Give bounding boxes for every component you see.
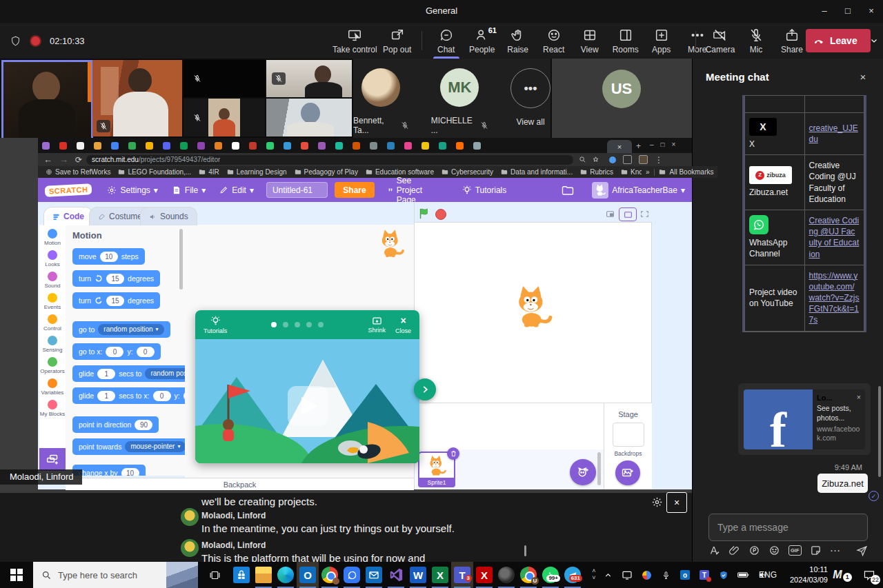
browser-tab-favicon[interactable] [370,142,377,150]
new-tab-button[interactable]: + [636,141,641,151]
shrink-button[interactable]: Shrink [368,316,386,334]
format-icon[interactable] [708,545,720,556]
tutorial-video-preview[interactable] [195,339,419,463]
toolbar-item-view[interactable]: View [573,23,607,59]
toolbar-item-rooms[interactable]: Rooms [608,23,643,59]
browser-tab-favicon[interactable] [111,142,119,150]
taskbar-icon-pdf[interactable]: X [473,562,495,588]
add-sprite-button[interactable] [570,459,596,485]
motion-block[interactable]: move10steps [72,248,145,265]
motion-block[interactable]: turn15degrees [72,270,160,287]
block-number-input[interactable]: 0 [137,347,155,357]
sprite-thumbnail[interactable]: Sprite1 [418,452,455,487]
delete-sprite-icon[interactable] [447,447,459,460]
captions-close-button[interactable]: × [666,492,687,513]
category-looks[interactable]: Looks [39,250,66,267]
scratch-logo[interactable]: SCRATCH [45,183,92,197]
maximize-button[interactable]: □ [836,0,860,21]
tutorials-button[interactable]: Tutorials [204,316,227,334]
video-tile-5[interactable] [266,60,352,97]
forward-icon[interactable]: → [59,154,68,165]
back-icon[interactable]: ← [43,154,52,165]
bookmark-item[interactable]: Cybersecurity [442,168,493,176]
cat-sprite[interactable] [510,285,555,330]
toolbar-item-apps[interactable]: Apps [644,23,679,59]
browser-tab-favicon[interactable] [284,142,291,150]
add-extension-button[interactable] [39,448,66,471]
see-project-page-button[interactable]: See Project Page [380,177,444,203]
browser-tab-favicon[interactable] [180,142,188,150]
browser-tab-favicon[interactable] [421,142,429,150]
browser-tab-favicon[interactable] [404,142,412,150]
video-tile-2[interactable] [92,60,182,136]
sent-message-bubble[interactable]: Zibuza.net [817,474,868,493]
toolbar-item-popout[interactable]: Pop out [380,23,415,59]
backpack-bar[interactable]: Backpack [66,478,414,490]
browser-tab-favicon[interactable] [42,142,50,150]
browser-tab-favicon[interactable] [128,142,136,150]
block-dropdown[interactable]: mouse-pointer▾ [125,441,186,452]
browser-tab-favicon[interactable] [318,142,326,150]
tray-tray-teams-icon[interactable]: T [695,562,713,588]
bookmark-item[interactable]: Data and informati... [501,168,573,176]
motion-block[interactable]: go to x:0y:0 [72,343,161,360]
browser-tab-favicon[interactable] [266,142,274,150]
facebook-link-preview[interactable]: f Lo... × See posts, photos... www.faceb… [744,389,865,449]
bookmark-star-icon[interactable] [592,156,599,163]
meet-now-icon[interactable]: M1 [831,562,854,588]
browser-minimize-icon[interactable]: – [650,141,654,148]
participant-avatar[interactable]: MKMICHELLE ... [431,59,488,138]
tray-cast-icon[interactable] [618,562,636,588]
motion-block[interactable]: go torandom position▾ [72,321,170,338]
block-dropdown[interactable]: random position▾ [98,324,163,335]
participant-avatar[interactable]: Bennett, Ta... [353,59,409,138]
category-sound[interactable]: Sound [39,272,66,289]
taskbar-icon-store[interactable] [230,562,252,588]
motion-block[interactable]: turn15degrees [72,292,160,309]
block-dropdown[interactable]: random position▾ [145,368,186,379]
taskbar-icon-edge[interactable] [275,562,297,588]
tutorial-close-button[interactable]: × Close [395,315,411,334]
page-dot[interactable] [295,322,300,327]
green-flag-icon[interactable] [418,207,430,220]
browser-tab-favicon[interactable] [439,142,446,150]
tutorials-menu[interactable]: Tutorials [455,178,514,202]
block-number-input[interactable]: 0 [153,391,171,401]
small-stage-button[interactable] [602,207,618,220]
video-tile-us[interactable]: US [552,59,692,138]
browser-maximize-icon[interactable]: □ [661,141,665,148]
block-number-input[interactable]: 1 [97,391,115,401]
more-compose-icon[interactable]: … [830,542,841,554]
browser-tab-favicon[interactable] [249,142,257,150]
toolbar-item-people[interactable]: 61People [465,23,499,59]
loop-icon[interactable] [748,545,760,556]
browser-close-icon[interactable]: × [672,141,676,148]
tutorial-next-button[interactable] [414,378,436,401]
message-input[interactable] [716,521,860,534]
toolbar-item-mic[interactable]: Mic [739,23,773,59]
browser-tab-favicon[interactable] [146,142,153,150]
browser-tab-favicon[interactable] [387,142,395,150]
taskbar-icon-telegram[interactable]: 631 [562,562,584,588]
video-tile-speaker[interactable] [1,60,93,140]
minimize-button[interactable]: – [813,0,836,21]
category-my-blocks[interactable]: My Blocks [39,400,66,417]
all-bookmarks-label[interactable]: All Bookmarks [670,168,714,176]
page-dot[interactable] [318,322,324,327]
category-operators[interactable]: Operators [39,357,66,374]
large-stage-button[interactable] [619,207,637,221]
category-events[interactable]: Events [39,293,66,310]
browser-tab-favicon[interactable] [232,142,239,150]
browser-tab-favicon[interactable] [77,142,84,150]
taskbar-icon-outlook[interactable]: O [297,562,319,588]
settings-menu[interactable]: Settings▾ [100,178,164,202]
block-number-input[interactable]: 0 [106,347,123,357]
block-number-input[interactable]: 90 [135,420,152,430]
task-view-icon[interactable] [204,562,225,588]
gif-icon[interactable]: GIF [788,545,802,556]
toolbar-item-share[interactable]: Share [775,23,809,59]
captions-settings-icon[interactable] [651,496,663,508]
backdrop-thumbnail[interactable] [613,423,644,447]
attach-icon[interactable] [728,545,740,556]
browser-tab-favicon[interactable] [301,142,308,150]
